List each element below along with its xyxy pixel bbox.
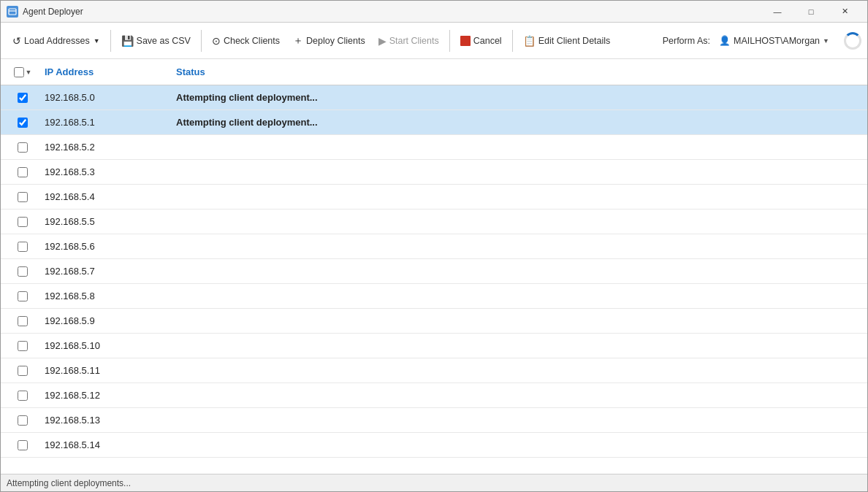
row-checkbox-cell [1,316,45,326]
row-checkbox-cell [1,118,45,128]
row-checkbox[interactable] [18,266,28,277]
perform-as-label: Perform As: [663,36,710,46]
row-ip: 192.168.5.2 [45,142,176,153]
row-ip: 192.168.5.12 [45,390,176,401]
table-body[interactable]: 192.168.5.0Attempting client deployment.… [1,85,867,474]
close-button[interactable]: ✕ [828,1,861,23]
status-text: Attempting client deployments... [7,478,131,488]
row-ip: 192.168.5.11 [45,365,176,376]
separator-2 [201,30,202,52]
select-all-checkbox[interactable] [14,67,24,77]
row-status: Attempting client deployment... [176,117,867,128]
status-bar: Attempting client deployments... [1,474,867,491]
row-checkbox[interactable] [18,366,28,376]
row-checkbox-cell [1,242,45,252]
row-checkbox[interactable] [18,242,28,252]
maximize-button[interactable]: □ [794,1,828,23]
row-checkbox-cell [1,192,45,202]
user-name: MAILHOST\AMorgan [734,36,820,46]
main-window: Agent Deployer — □ ✕ ↺ Load Addresses ▼ … [0,0,868,492]
row-status: Attempting client deployment... [176,92,867,103]
check-clients-icon: ⊙ [212,35,221,47]
user-dropdown-icon: ▼ [823,37,829,45]
check-clients-button[interactable]: ⊙ Check Clients [206,28,286,54]
row-checkbox[interactable] [18,341,28,351]
load-addresses-chevron: ▼ [94,37,100,45]
row-checkbox-cell [1,341,45,351]
cancel-button[interactable]: Cancel [454,28,508,54]
load-addresses-button[interactable]: ↺ Load Addresses ▼ [7,28,106,54]
table-row: 192.168.5.4 [1,185,867,210]
start-clients-icon: ▶ [378,35,387,47]
row-checkbox-cell [1,440,45,450]
row-checkbox-cell [1,142,45,153]
table-row: 192.168.5.14 [1,433,867,458]
title-bar: Agent Deployer — □ ✕ [1,1,867,23]
row-checkbox[interactable] [18,217,28,227]
row-ip: 192.168.5.8 [45,291,176,301]
row-ip: 192.168.5.13 [45,415,176,426]
table-row: 192.168.5.6 [1,234,867,259]
save-as-csv-button[interactable]: 💾 Save as CSV [115,28,197,54]
row-checkbox[interactable] [18,291,28,301]
table-row: 192.168.5.7 [1,259,867,284]
save-csv-icon: 💾 [121,35,134,47]
svg-rect-0 [9,9,16,15]
user-icon: 👤 [719,35,731,46]
table-row: 192.168.5.0Attempting client deployment.… [1,85,867,110]
row-checkbox[interactable] [18,415,28,426]
table-row: 192.168.5.8 [1,284,867,309]
table-row: 192.168.5.2 [1,135,867,160]
window-title: Agent Deployer [23,7,761,17]
row-checkbox[interactable] [18,167,28,177]
load-addresses-icon: ↺ [12,35,21,47]
app-icon [7,6,18,18]
row-checkbox-cell [1,167,45,177]
table-row: 192.168.5.10 [1,334,867,358]
row-ip: 192.168.5.5 [45,216,176,227]
row-ip: 192.168.5.7 [45,266,176,277]
row-ip: 192.168.5.1 [45,117,176,128]
row-checkbox-cell [1,93,45,103]
row-checkbox-cell [1,217,45,227]
separator-4 [512,30,513,52]
row-ip: 192.168.5.9 [45,315,176,326]
edit-client-details-button[interactable]: 📋 Edit Client Details [517,28,617,54]
row-checkbox-cell [1,291,45,301]
checkbox-dropdown-icon[interactable]: ▼ [26,69,32,76]
loading-spinner [844,32,861,50]
table-row: 192.168.5.5 [1,210,867,234]
minimize-button[interactable]: — [761,1,794,23]
cancel-icon [460,36,471,46]
table-row: 192.168.5.11 [1,358,867,383]
row-ip: 192.168.5.10 [45,340,176,351]
row-ip: 192.168.5.3 [45,166,176,177]
table-row: 192.168.5.1Attempting client deployment.… [1,110,867,135]
row-checkbox[interactable] [18,118,28,128]
toolbar: ↺ Load Addresses ▼ 💾 Save as CSV ⊙ Check… [1,23,867,59]
row-checkbox[interactable] [18,192,28,202]
row-checkbox-cell [1,366,45,376]
table-row: 192.168.5.9 [1,309,867,334]
row-checkbox-cell [1,266,45,277]
window-controls: — □ ✕ [761,1,861,23]
perform-as-user[interactable]: 👤 MAILHOST\AMorgan ▼ [715,32,834,49]
row-ip: 192.168.5.14 [45,439,176,450]
table-row: 192.168.5.13 [1,408,867,433]
row-ip: 192.168.5.6 [45,241,176,252]
row-checkbox[interactable] [18,391,28,401]
row-checkbox[interactable] [18,316,28,326]
row-checkbox[interactable] [18,440,28,450]
start-clients-button[interactable]: ▶ Start Clients [373,28,445,54]
status-header: Status [176,66,867,77]
perform-as-section: Perform As: 👤 MAILHOST\AMorgan ▼ [663,32,861,50]
edit-client-icon: 📋 [523,35,536,47]
row-checkbox[interactable] [18,93,28,103]
header-checkbox-cell: ▼ [1,67,45,77]
row-checkbox[interactable] [18,142,28,153]
row-ip: 192.168.5.0 [45,92,176,103]
row-checkbox-cell [1,391,45,401]
table-row: 192.168.5.12 [1,383,867,408]
deploy-clients-button[interactable]: ＋ Deploy Clients [287,28,371,54]
ip-address-header: IP Address [45,66,176,77]
